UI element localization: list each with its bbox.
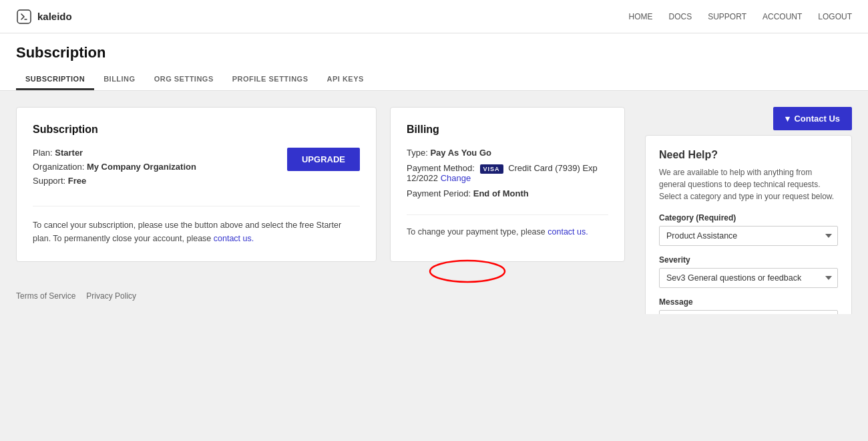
billing-card-title: Billing bbox=[407, 124, 608, 136]
terms-of-service-link[interactable]: Terms of Service bbox=[16, 291, 75, 301]
nav-links: HOME DOCS SUPPORT ACCOUNT LOGOUT bbox=[629, 12, 852, 21]
cancel-info: To cancel your subscription, please use … bbox=[33, 206, 360, 245]
type-value: Pay As You Go bbox=[430, 148, 491, 158]
plan-value: Starter bbox=[55, 148, 83, 158]
tab-org-settings[interactable]: ORG SETTINGS bbox=[145, 69, 223, 90]
payment-method-label: Payment Method: bbox=[407, 163, 475, 173]
category-select[interactable]: Product Assistance Billing Technical Sup… bbox=[659, 226, 838, 246]
contact-us-btn-container: ▾ Contact Us bbox=[773, 107, 852, 130]
change-payment-note: To change your payment type, please cont… bbox=[407, 214, 608, 237]
plan-label: Plan: bbox=[33, 148, 53, 158]
page-header: Subscription SUBSCRIPTION BILLING ORG SE… bbox=[0, 33, 868, 91]
tab-billing[interactable]: BILLING bbox=[94, 69, 145, 90]
message-textarea[interactable]: Please remove my Stripe information so t… bbox=[659, 310, 838, 314]
severity-group: Severity Sev3 General questions or feedb… bbox=[659, 255, 838, 288]
logo: kaleido bbox=[16, 9, 72, 25]
nav-docs[interactable]: DOCS bbox=[669, 12, 692, 21]
visa-badge: VISA bbox=[480, 164, 503, 174]
severity-label: Severity bbox=[659, 255, 838, 265]
tab-subscription[interactable]: SUBSCRIPTION bbox=[16, 69, 94, 90]
privacy-policy-link[interactable]: Privacy Policy bbox=[86, 291, 136, 301]
support-value: Free bbox=[68, 176, 86, 186]
plan-row: Plan: Starter bbox=[33, 148, 196, 158]
payment-period-row: Payment Period: End of Month bbox=[407, 188, 608, 198]
org-value: My Company Organization bbox=[87, 162, 196, 172]
support-row: Support: Free bbox=[33, 176, 196, 186]
category-label: Category (Required) bbox=[659, 213, 838, 223]
help-panel-description: We are available to help with anything f… bbox=[659, 166, 838, 202]
tab-api-keys[interactable]: API KEYS bbox=[317, 69, 373, 90]
tabs: SUBSCRIPTION BILLING ORG SETTINGS PROFIL… bbox=[16, 69, 852, 90]
billing-card: Billing Type: Pay As You Go Payment Meth… bbox=[390, 107, 625, 262]
subscription-card: Subscription Plan: Starter Organization:… bbox=[16, 107, 377, 262]
payment-period-label: Payment Period: bbox=[407, 188, 471, 198]
type-label: Type: bbox=[407, 148, 428, 158]
tab-profile-settings[interactable]: PROFILE SETTINGS bbox=[223, 69, 318, 90]
category-group: Category (Required) Product Assistance B… bbox=[659, 213, 838, 246]
org-label: Organization: bbox=[33, 162, 84, 172]
message-group: Message Please remove my Stripe informat… bbox=[659, 297, 838, 314]
contact-us-link-subscription[interactable]: contact us. bbox=[214, 234, 254, 243]
change-note-prefix: To change your payment type, please bbox=[407, 227, 546, 237]
upgrade-button[interactable]: UPGRADE bbox=[287, 148, 360, 171]
message-label: Message bbox=[659, 297, 838, 307]
contact-us-button[interactable]: ▾ Contact Us bbox=[773, 107, 852, 130]
plan-info-row: Plan: Starter Organization: My Company O… bbox=[33, 148, 360, 190]
logo-text: kaleido bbox=[37, 11, 72, 22]
nav-home[interactable]: HOME bbox=[629, 12, 653, 21]
type-row: Type: Pay As You Go bbox=[407, 148, 608, 158]
subscription-card-title: Subscription bbox=[33, 124, 360, 136]
help-panel-title: Need Help? bbox=[659, 149, 838, 161]
contact-us-link-billing[interactable]: contact us. bbox=[548, 227, 588, 237]
contact-us-label: Contact Us bbox=[794, 114, 840, 124]
page-title: Subscription bbox=[16, 44, 852, 61]
severity-select[interactable]: Sev3 General questions or feedback Sev2 … bbox=[659, 268, 838, 288]
cancel-note-text: To cancel your subscription, please use … bbox=[33, 220, 341, 243]
nav-account[interactable]: ACCOUNT bbox=[763, 12, 802, 21]
support-label: Support: bbox=[33, 176, 65, 186]
nav-support[interactable]: SUPPORT bbox=[708, 12, 746, 21]
help-panel: Need Help? We are available to help with… bbox=[645, 135, 852, 314]
chevron-down-icon: ▾ bbox=[785, 114, 790, 124]
payment-method-row: Payment Method: VISA Credit Card (7939) … bbox=[407, 163, 608, 183]
top-nav: kaleido HOME DOCS SUPPORT ACCOUNT LOGOUT bbox=[0, 0, 868, 33]
logo-icon bbox=[16, 9, 32, 25]
change-payment-link[interactable]: Change bbox=[441, 173, 471, 183]
org-row: Organization: My Company Organization bbox=[33, 162, 196, 172]
nav-logout[interactable]: LOGOUT bbox=[818, 12, 852, 21]
payment-period-value: End of Month bbox=[473, 188, 529, 198]
main-content: Subscription Plan: Starter Organization:… bbox=[0, 91, 868, 278]
